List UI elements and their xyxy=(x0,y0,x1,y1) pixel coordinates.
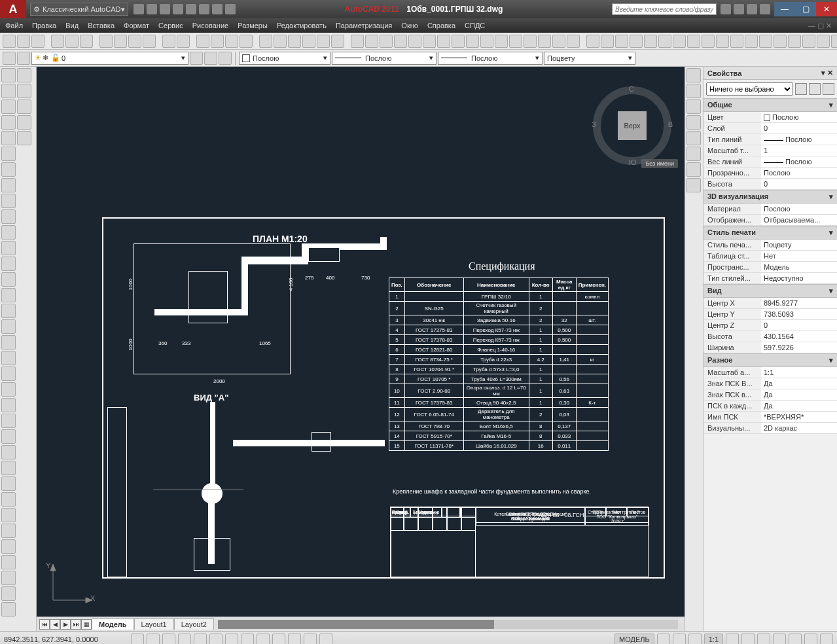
explode-button[interactable] xyxy=(567,35,580,48)
properties-button[interactable] xyxy=(259,35,272,48)
annoauto-button[interactable] xyxy=(741,634,755,645)
preview-button[interactable] xyxy=(65,35,79,48)
dim-linear-button[interactable] xyxy=(586,35,599,48)
dim-center-button[interactable] xyxy=(774,35,787,48)
ellipse-button[interactable] xyxy=(1,209,16,224)
prop-linetype[interactable]: Тип линийПослою xyxy=(703,134,837,145)
prop-ucsB[interactable]: Знак ПСК В...Да xyxy=(703,378,837,389)
plot-button[interactable] xyxy=(51,35,64,48)
prop-ucsb[interactable]: Знак ПСК в...Да xyxy=(703,389,837,401)
spds-r3[interactable] xyxy=(686,99,701,114)
prop-annoscale[interactable]: Масштаб а...1:1 xyxy=(703,367,837,378)
dim-arc-button[interactable] xyxy=(615,35,628,48)
menu-spds[interactable]: СПДС xyxy=(465,22,485,29)
color-combo[interactable]: Послою▾ xyxy=(239,52,330,65)
dim-edit-button[interactable] xyxy=(817,35,830,48)
spds-r7[interactable] xyxy=(686,162,701,177)
grid-button[interactable] xyxy=(147,634,160,645)
spds3-button[interactable] xyxy=(17,68,31,82)
spds-r4[interactable] xyxy=(686,115,701,130)
dim-baseline-button[interactable] xyxy=(702,35,715,48)
pan-button[interactable] xyxy=(196,35,209,48)
maximize-button[interactable]: ▢ xyxy=(795,2,816,16)
viewcube-s[interactable]: Ю xyxy=(629,158,636,166)
prop-plottable[interactable]: Таблица ст...Нет xyxy=(703,251,837,262)
viewcube-tag[interactable]: Без имени xyxy=(641,159,678,168)
prop-ltscale[interactable]: Масштаб т...1 xyxy=(703,145,837,156)
toolpalettes-button[interactable] xyxy=(288,35,301,48)
dim-break-button[interactable] xyxy=(745,35,758,48)
point-button[interactable] xyxy=(1,272,16,287)
open-icon[interactable] xyxy=(147,4,157,14)
sc-button[interactable] xyxy=(319,634,332,645)
menu-file[interactable]: Файл xyxy=(5,22,23,29)
copy-button[interactable] xyxy=(114,35,127,48)
workspace-select[interactable]: ⚙Классический AutoCAD▾ xyxy=(30,3,128,16)
dim-tolerance-button[interactable] xyxy=(759,35,772,48)
arc-button[interactable] xyxy=(1,147,16,161)
move-button[interactable] xyxy=(423,35,436,48)
text-button[interactable] xyxy=(1,524,16,538)
selection-combo[interactable]: Ничего не выбрано xyxy=(706,82,793,96)
gradient-button[interactable] xyxy=(1,304,16,318)
plotstyle-combo[interactable]: Поцвету▾ xyxy=(544,52,635,65)
new-button[interactable] xyxy=(3,35,16,48)
spds4-button[interactable] xyxy=(17,84,31,98)
plot-icon[interactable] xyxy=(186,4,196,14)
mirror-button[interactable] xyxy=(380,35,393,48)
ellipsearc-button[interactable] xyxy=(1,225,16,240)
prop-plotspace[interactable]: Пространс...Модель xyxy=(703,262,837,273)
save-button[interactable] xyxy=(31,35,45,48)
polygon-button[interactable] xyxy=(1,115,16,130)
spds-r2[interactable] xyxy=(686,84,701,98)
tab-prev[interactable]: ◀ xyxy=(50,619,60,630)
tab-last[interactable]: ⏭ xyxy=(71,619,81,630)
otrack-button[interactable] xyxy=(225,634,238,645)
menu-parametric[interactable]: Параметризация xyxy=(336,22,392,29)
close-button[interactable]: ✕ xyxy=(816,2,837,16)
region-button[interactable] xyxy=(1,319,16,334)
menu-format[interactable]: Формат xyxy=(124,22,149,29)
tab-layout1[interactable]: Layout1 xyxy=(134,618,174,630)
chamfer-button[interactable] xyxy=(538,35,551,48)
prop-ucse[interactable]: ПСК в кажд...Да xyxy=(703,401,837,412)
copy2-button[interactable] xyxy=(365,35,378,48)
xline-button[interactable] xyxy=(1,84,16,98)
annoscale-button[interactable] xyxy=(688,634,702,645)
prop-cz[interactable]: Центр Z0 xyxy=(703,320,837,331)
menu-modify[interactable]: Редактировать xyxy=(277,22,327,29)
layer-match-button[interactable] xyxy=(219,52,232,65)
zoomwin-button[interactable] xyxy=(225,35,238,48)
dim-aligned-button[interactable] xyxy=(601,35,614,48)
tab-layout2[interactable]: Layout2 xyxy=(174,618,214,630)
extend-button[interactable] xyxy=(495,35,508,48)
prop-cy[interactable]: Центр Y738.5093 xyxy=(703,309,837,320)
dim-quick-button[interactable] xyxy=(687,35,700,48)
isolate-button[interactable] xyxy=(804,634,817,645)
spds7-button[interactable] xyxy=(17,131,31,145)
rotate2-button[interactable] xyxy=(1,476,16,491)
hatch2-button[interactable] xyxy=(1,288,16,302)
spds-r6[interactable] xyxy=(686,147,701,161)
group-3dviz[interactable]: 3D визуализация▾ xyxy=(703,190,837,204)
array-button[interactable] xyxy=(408,35,421,48)
paste-button[interactable] xyxy=(128,35,141,48)
open-button[interactable] xyxy=(17,35,30,48)
prop-transparency[interactable]: Прозрачно...Послою xyxy=(703,168,837,179)
calc-button[interactable] xyxy=(331,35,344,48)
tab-next[interactable]: ▶ xyxy=(60,619,71,630)
dim-jogged-button[interactable] xyxy=(802,35,815,48)
tpy-button[interactable] xyxy=(288,634,301,645)
lineweight-combo[interactable]: Послою▾ xyxy=(438,52,543,65)
dim-space-button[interactable] xyxy=(730,35,743,48)
layer-prev-button[interactable] xyxy=(204,52,217,65)
group-misc[interactable]: Разное▾ xyxy=(703,353,837,367)
table-button[interactable] xyxy=(1,335,16,349)
selectobj-button[interactable] xyxy=(809,83,821,95)
new-icon[interactable] xyxy=(134,4,144,14)
menu-insert[interactable]: Вставка xyxy=(88,22,115,29)
stretch2-button[interactable] xyxy=(1,508,16,522)
toolbar-lock-button[interactable] xyxy=(773,634,786,645)
saveas-icon[interactable] xyxy=(173,4,183,14)
insert-button[interactable] xyxy=(1,241,16,255)
